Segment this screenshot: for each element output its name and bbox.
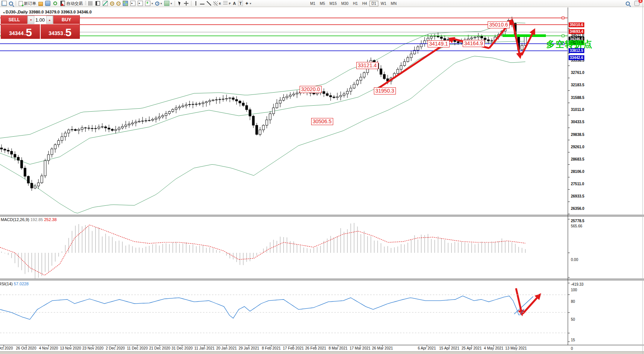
hline-tool-button[interactable]: [199, 0, 205, 6]
line-chart-button[interactable]: [102, 0, 109, 6]
crosshair-icon: [184, 1, 188, 6]
timeframe-m5[interactable]: M5: [318, 1, 327, 6]
shapes-icon: ✦: [245, 1, 248, 6]
search-button[interactable]: [625, 0, 631, 6]
price-tick: 31588.5: [571, 96, 584, 100]
buy-price[interactable]: 34353.5: [40, 24, 79, 39]
cn-annotation-text[interactable]: 多空转折点: [546, 38, 593, 50]
shapes-tool-button[interactable]: ✦▾: [244, 0, 252, 6]
new-order-label: 新订单: [24, 1, 36, 6]
date-label: 26 Oct 2020: [16, 346, 36, 350]
chart-window-icon[interactable]: [1, 0, 7, 6]
date-label: 13 Nov 2020: [60, 346, 81, 350]
chevron-down-icon: ▾: [160, 2, 162, 5]
channel-tool-button[interactable]: E: [213, 0, 222, 6]
price-tick: 29838.5: [571, 133, 584, 137]
date-label: 8 Mar 2021: [329, 346, 348, 350]
price-annotation-box[interactable]: 34164.9: [463, 40, 485, 47]
cursor-icon: [178, 1, 181, 6]
price-annotation-box[interactable]: 30506.5: [311, 118, 333, 125]
timeframe-h4[interactable]: H4: [360, 1, 369, 6]
indicators-button[interactable]: ▾: [144, 0, 154, 6]
indicator-tick: 80: [571, 299, 575, 304]
chart-shift-icon: [138, 1, 143, 6]
magnifier-chart-icon: [9, 1, 13, 6]
new-order-button[interactable]: 新订单: [18, 0, 37, 6]
chart-shift-button[interactable]: [137, 0, 144, 6]
sell-button[interactable]: SELL: [1, 16, 27, 24]
price-annotation-box[interactable]: 32020.0: [300, 86, 322, 93]
date-label: 8 Feb 2021: [262, 346, 281, 350]
candle-chart-button[interactable]: [94, 0, 101, 6]
periods-button[interactable]: ▾: [154, 0, 163, 6]
crosshair-tool-button[interactable]: [183, 0, 189, 6]
fibo-f-label: F: [229, 2, 231, 5]
date-label: 31 Dec 2020: [172, 346, 193, 350]
price-tick: 26356.0: [571, 206, 584, 211]
mt4-window: 新订单 自动交易 + − ▾ ▾ ▾ E F A T ✦▾ M1M5M15M30…: [0, 0, 644, 354]
fibonacci-tool-button[interactable]: F: [222, 0, 231, 6]
price-tick: 28106.0: [571, 170, 584, 174]
date-label: 11 Dec 2020: [127, 346, 148, 350]
indicator-tick: 0.00: [571, 258, 578, 262]
timeframe-m15[interactable]: M15: [327, 1, 339, 6]
text-tool-button[interactable]: A: [232, 0, 237, 6]
indicator-tick: 15: [571, 338, 575, 342]
sell-price[interactable]: 34344.5: [1, 24, 40, 39]
trendline-tool-button[interactable]: [206, 0, 212, 6]
notifications-button[interactable]: 1: [634, 0, 640, 6]
price-annotation-box[interactable]: 31950.3: [374, 87, 396, 94]
chevron-down-icon: ▾: [250, 2, 251, 5]
cursor-tool-button[interactable]: [177, 0, 182, 6]
volume-input[interactable]: 1.00: [34, 16, 46, 24]
price-annotation-box[interactable]: 35010.6: [488, 21, 510, 28]
indicator-box-button[interactable]: [38, 0, 44, 6]
templates-button[interactable]: ▾: [163, 0, 173, 6]
notification-badge: 1: [638, 0, 643, 3]
toolbar: 新订单 自动交易 + − ▾ ▾ ▾ E F A T ✦▾ M1M5M15M30…: [0, 0, 644, 7]
tile-windows-button[interactable]: [122, 0, 129, 6]
signal-button[interactable]: [52, 0, 59, 6]
chart-symbol-title: ◂DJ30-,Daily 33980.0 34379.0 33963.0 343…: [3, 10, 92, 14]
divider: [175, 1, 175, 6]
timeframe-group: M1M5M15M30H1H4D1W1MN: [308, 1, 399, 6]
timeframe-m1[interactable]: M1: [308, 1, 318, 6]
label-tool-button[interactable]: T: [237, 0, 244, 6]
divider: [191, 1, 191, 6]
price-tick: 30433.5: [571, 120, 584, 124]
chart-icon: [1, 1, 7, 6]
date-label: 6 Oct 2020: [0, 346, 13, 350]
chart-area[interactable]: ◂DJ30-,Daily 33980.0 34379.0 33963.0 343…: [0, 7, 644, 351]
date-label: 21 Dec 2020: [149, 346, 171, 350]
market-watch-button[interactable]: [44, 0, 51, 6]
timeframe-h1[interactable]: H1: [351, 1, 360, 6]
auto-trade-label: 自动交易: [66, 1, 83, 6]
volume-up-button[interactable]: ▲: [46, 16, 53, 24]
price-annotation-box[interactable]: 33121.4: [356, 62, 378, 69]
timeframe-mn[interactable]: MN: [388, 1, 399, 6]
auto-trade-icon: [61, 1, 65, 6]
timeframe-m30[interactable]: M30: [339, 1, 350, 6]
date-label: 25 Apr 2021: [462, 346, 482, 350]
price-annotation-box[interactable]: 34149.1: [428, 40, 450, 47]
volume-stepper: ▼ 1.00 ▲: [27, 16, 53, 24]
timeframe-d1[interactable]: D1: [369, 1, 379, 6]
date-label: 26 Feb 2021: [305, 346, 326, 350]
collapse-icon[interactable]: ◂: [3, 11, 4, 14]
auto-scroll-button[interactable]: [129, 0, 136, 6]
zoom-in-button[interactable]: +: [109, 0, 115, 6]
bar-chart-button[interactable]: [88, 0, 94, 6]
clock-icon: [155, 1, 159, 6]
vertical-line-icon: [196, 1, 198, 6]
timeframe-w1[interactable]: W1: [378, 1, 388, 6]
chart-canvas[interactable]: [0, 7, 644, 354]
auto-trade-button[interactable]: 自动交易: [59, 0, 84, 6]
zoom-out-button[interactable]: −: [116, 0, 121, 6]
preview-button[interactable]: [8, 0, 14, 6]
chevron-down-icon: ▾: [171, 2, 172, 5]
date-label: 17 Mar 2021: [350, 346, 371, 350]
vline-tool-button[interactable]: [193, 0, 198, 6]
one-click-panel: SELL ▼ 1.00 ▲ BUY 34344.5 34353.5: [1, 15, 80, 39]
volume-down-button[interactable]: ▼: [28, 16, 34, 24]
buy-button[interactable]: BUY: [53, 16, 79, 24]
